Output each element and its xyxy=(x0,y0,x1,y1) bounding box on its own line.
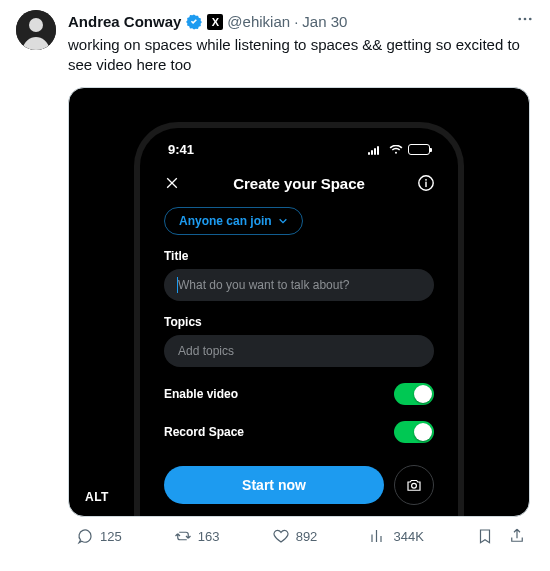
screen-title: Create your Space xyxy=(233,175,365,192)
bookmark-button[interactable] xyxy=(476,527,494,545)
views-icon xyxy=(369,527,387,545)
verified-badge-icon xyxy=(185,13,203,31)
like-button[interactable]: 892 xyxy=(272,527,318,545)
info-icon[interactable] xyxy=(416,173,436,193)
camera-icon xyxy=(405,476,423,494)
battery-icon xyxy=(408,144,430,155)
tweet-header: Andrea Conway X @ehikian · Jan 30 xyxy=(68,10,534,33)
svg-rect-7 xyxy=(425,182,426,187)
signal-icon xyxy=(368,145,384,155)
close-icon[interactable] xyxy=(162,173,182,193)
enable-video-label: Enable video xyxy=(164,387,238,401)
repost-icon xyxy=(174,527,192,545)
bookmark-icon xyxy=(476,527,494,545)
alt-badge[interactable]: ALT xyxy=(79,488,115,506)
svg-point-4 xyxy=(529,18,532,21)
svg-point-2 xyxy=(518,18,521,21)
like-count: 892 xyxy=(296,529,318,544)
action-bar: 125 163 892 344K xyxy=(68,517,534,545)
svg-point-3 xyxy=(524,18,527,21)
record-space-label: Record Space xyxy=(164,425,244,439)
avatar[interactable] xyxy=(16,10,56,50)
media-attachment[interactable]: ALT 9:41 Create your Space xyxy=(68,87,530,517)
wifi-icon xyxy=(389,145,403,155)
topics-label: Topics xyxy=(164,315,434,329)
tweet: Andrea Conway X @ehikian · Jan 30 workin… xyxy=(0,0,550,545)
record-space-toggle[interactable] xyxy=(394,421,434,443)
phone-time: 9:41 xyxy=(168,142,194,157)
more-options-button[interactable] xyxy=(516,10,534,33)
start-now-button[interactable]: Start now xyxy=(164,466,384,504)
chevron-down-icon xyxy=(278,216,288,226)
enable-video-toggle[interactable] xyxy=(394,383,434,405)
reply-icon xyxy=(76,527,94,545)
repost-count: 163 xyxy=(198,529,220,544)
phone-mockup: 9:41 Create your Space xyxy=(134,122,464,517)
post-date[interactable]: Jan 30 xyxy=(302,12,347,32)
svg-point-6 xyxy=(425,179,427,181)
share-icon xyxy=(508,527,526,545)
topics-input[interactable] xyxy=(164,335,434,367)
tweet-text: working on spaces while listening to spa… xyxy=(68,35,534,75)
reply-button[interactable]: 125 xyxy=(76,527,122,545)
camera-button[interactable] xyxy=(394,465,434,505)
privacy-selector[interactable]: Anyone can join xyxy=(164,207,303,235)
screen-header: Create your Space xyxy=(140,157,458,201)
x-affiliate-badge: X xyxy=(207,14,223,30)
views-button[interactable]: 344K xyxy=(369,527,423,545)
privacy-label: Anyone can join xyxy=(179,214,272,228)
svg-point-1 xyxy=(29,18,43,32)
display-name[interactable]: Andrea Conway xyxy=(68,12,181,32)
title-input[interactable] xyxy=(164,269,434,301)
title-label: Title xyxy=(164,249,434,263)
separator-dot: · xyxy=(294,12,298,32)
reply-count: 125 xyxy=(100,529,122,544)
repost-button[interactable]: 163 xyxy=(174,527,220,545)
handle[interactable]: @ehikian xyxy=(227,12,290,32)
heart-icon xyxy=(272,527,290,545)
share-button[interactable] xyxy=(508,527,526,545)
phone-status-bar: 9:41 xyxy=(140,138,458,157)
svg-point-8 xyxy=(412,483,417,488)
view-count: 344K xyxy=(393,529,423,544)
